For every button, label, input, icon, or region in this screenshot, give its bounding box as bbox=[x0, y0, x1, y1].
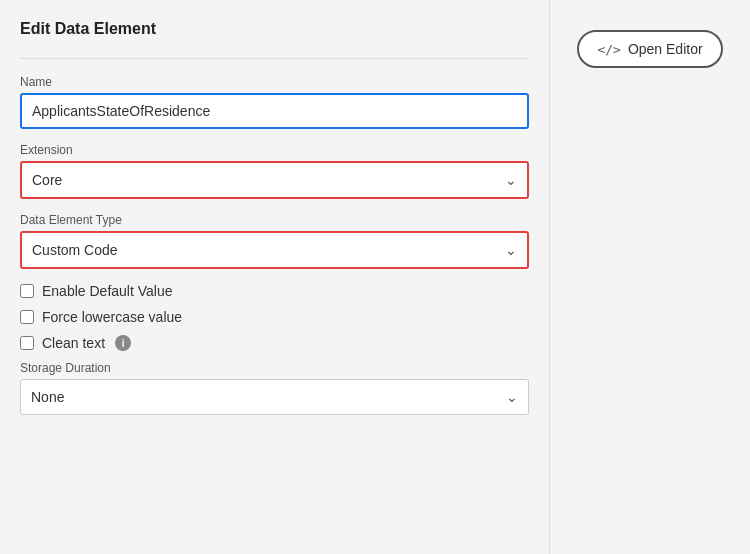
divider bbox=[20, 58, 529, 59]
name-label: Name bbox=[20, 75, 529, 89]
clean-text-checkbox[interactable] bbox=[20, 336, 34, 350]
force-lowercase-group: Force lowercase value bbox=[20, 309, 529, 325]
enable-default-value-label[interactable]: Enable Default Value bbox=[42, 283, 173, 299]
enable-default-value-checkbox[interactable] bbox=[20, 284, 34, 298]
force-lowercase-label[interactable]: Force lowercase value bbox=[42, 309, 182, 325]
clean-text-group: Clean text i bbox=[20, 335, 529, 351]
open-editor-label: Open Editor bbox=[628, 41, 703, 57]
storage-duration-label: Storage Duration bbox=[20, 361, 529, 375]
storage-duration-field-group: Storage Duration None Visitor Session Pa… bbox=[20, 361, 529, 415]
force-lowercase-checkbox[interactable] bbox=[20, 310, 34, 324]
name-input[interactable] bbox=[20, 93, 529, 129]
data-element-type-dropdown-wrapper: Custom Code DOM Attribute JavaScript Var… bbox=[20, 231, 529, 269]
name-field-group: Name bbox=[20, 75, 529, 129]
page-title: Edit Data Element bbox=[20, 20, 529, 38]
open-editor-button[interactable]: </> Open Editor bbox=[577, 30, 722, 68]
clean-text-info-icon[interactable]: i bbox=[115, 335, 131, 351]
data-element-type-field-group: Data Element Type Custom Code DOM Attrib… bbox=[20, 213, 529, 269]
storage-duration-select[interactable]: None Visitor Session Page View bbox=[21, 380, 528, 414]
code-icon: </> bbox=[597, 42, 620, 57]
extension-dropdown-wrapper: Core Adobe Analytics Custom ⌄ bbox=[20, 161, 529, 199]
sidebar-panel: </> Open Editor bbox=[550, 0, 750, 554]
storage-duration-dropdown-wrapper: None Visitor Session Page View ⌄ bbox=[20, 379, 529, 415]
clean-text-label[interactable]: Clean text bbox=[42, 335, 105, 351]
extension-label: Extension bbox=[20, 143, 529, 157]
extension-select[interactable]: Core Adobe Analytics Custom bbox=[22, 163, 527, 197]
enable-default-value-group: Enable Default Value bbox=[20, 283, 529, 299]
extension-field-group: Extension Core Adobe Analytics Custom ⌄ bbox=[20, 143, 529, 199]
data-element-type-select[interactable]: Custom Code DOM Attribute JavaScript Var… bbox=[22, 233, 527, 267]
data-element-type-label: Data Element Type bbox=[20, 213, 529, 227]
